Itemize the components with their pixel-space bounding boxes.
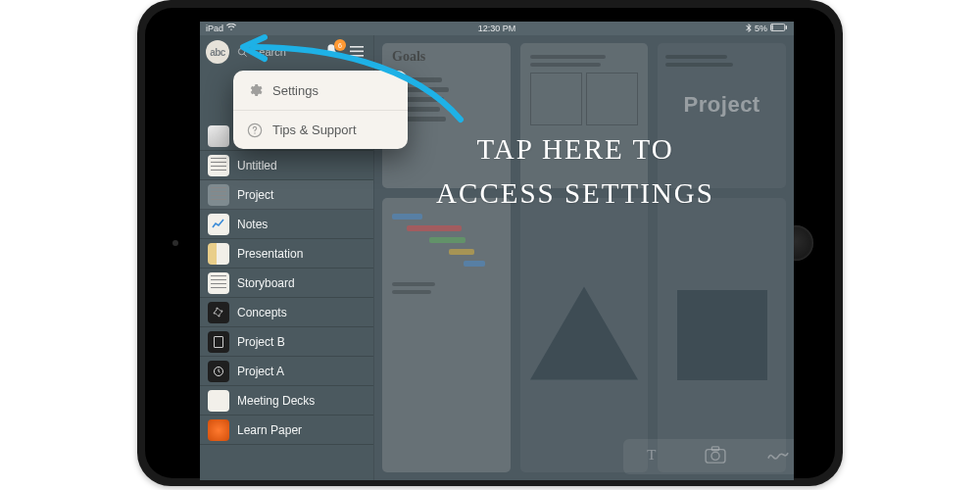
card-cover-title: Project bbox=[658, 92, 786, 118]
profile-popover: Settings Tips & Support bbox=[233, 71, 408, 149]
gear-icon bbox=[247, 82, 263, 98]
sidebar-item-label: Storyboard bbox=[237, 276, 295, 290]
ipad-frame: iPad 12:30 PM 5% bbox=[137, 0, 843, 486]
popover-item-tips[interactable]: Tips & Support bbox=[233, 110, 408, 149]
svg-point-13 bbox=[711, 452, 719, 460]
sidebar-item-meeting-decks[interactable]: Meeting Decks bbox=[200, 386, 373, 416]
search-input[interactable]: Search bbox=[235, 41, 317, 63]
sidebar-item-presentation[interactable]: Presentation bbox=[200, 239, 373, 269]
sidebar-item-label: Project A bbox=[237, 365, 284, 378]
main-canvas[interactable]: Goals bbox=[374, 35, 794, 480]
svg-rect-7 bbox=[350, 55, 364, 57]
camera-tool[interactable] bbox=[705, 446, 726, 467]
sidebar-item-project-b[interactable]: Project B bbox=[200, 327, 373, 357]
card-square[interactable] bbox=[658, 198, 786, 472]
svg-rect-14 bbox=[711, 447, 718, 451]
sidebar-item-label: Concepts bbox=[237, 306, 287, 319]
svg-text:T: T bbox=[647, 447, 656, 463]
sidebar-item-label: Presentation bbox=[237, 247, 303, 261]
card-timeline[interactable] bbox=[520, 43, 649, 188]
sidebar-item-concepts[interactable]: Concepts bbox=[200, 298, 373, 327]
card-project-cover[interactable]: Project bbox=[658, 43, 786, 188]
sidebar-item-learn-paper[interactable]: Learn Paper bbox=[200, 416, 373, 445]
sidebar-item-label: Notes bbox=[237, 218, 268, 231]
triangle-shape bbox=[530, 287, 638, 380]
tool-bar: T bbox=[623, 439, 794, 474]
notifications-button[interactable]: 6 bbox=[322, 43, 340, 61]
sidebar-item-label: Learn Paper bbox=[237, 423, 302, 437]
profile-avatar[interactable]: abc bbox=[206, 40, 229, 64]
notification-badge: 6 bbox=[334, 39, 346, 51]
draw-tool[interactable] bbox=[767, 447, 789, 466]
status-bar: iPad 12:30 PM 5% bbox=[200, 22, 794, 35]
sidebar-item-project-a[interactable]: Project A bbox=[200, 357, 373, 386]
svg-point-3 bbox=[238, 48, 244, 54]
help-icon bbox=[247, 122, 263, 138]
sidebar-item-untitled[interactable]: Untitled bbox=[200, 151, 373, 180]
popover-settings-label: Settings bbox=[272, 83, 318, 98]
sidebar-item-label: Project bbox=[237, 188, 273, 202]
ipad-bezel: iPad 12:30 PM 5% bbox=[145, 8, 835, 478]
sidebar-header: abc Search 6 bbox=[200, 35, 373, 69]
sidebar-item-label: Project B bbox=[237, 335, 285, 349]
card-gantt[interactable] bbox=[382, 198, 511, 472]
svg-rect-6 bbox=[350, 50, 364, 52]
svg-rect-5 bbox=[350, 46, 364, 48]
sidebar-item-label: Untitled bbox=[237, 159, 277, 172]
square-shape bbox=[677, 290, 767, 380]
screen: iPad 12:30 PM 5% bbox=[200, 22, 794, 480]
sidebar-item-notes[interactable]: Notes bbox=[200, 210, 373, 239]
card-title: Goals bbox=[382, 43, 511, 71]
svg-point-9 bbox=[254, 132, 255, 133]
sidebar-item-label: Meeting Decks bbox=[237, 394, 315, 408]
front-camera bbox=[172, 240, 178, 246]
card-grid: Goals bbox=[374, 35, 794, 480]
sidebar-item-project[interactable]: Project bbox=[200, 180, 373, 210]
svg-line-4 bbox=[244, 53, 247, 56]
sidebar: abc Search 6 bbox=[200, 35, 374, 480]
text-tool[interactable]: T bbox=[644, 445, 663, 468]
search-placeholder: Search bbox=[252, 46, 286, 58]
sidebar-item-storyboard[interactable]: Storyboard bbox=[200, 269, 373, 298]
app-root: abc Search 6 bbox=[200, 35, 794, 480]
popover-tips-label: Tips & Support bbox=[272, 122, 357, 137]
popover-item-settings[interactable]: Settings bbox=[233, 71, 408, 110]
search-icon bbox=[237, 47, 248, 58]
clock-label: 12:30 PM bbox=[200, 24, 794, 33]
card-triangle[interactable] bbox=[520, 198, 649, 472]
menu-button[interactable] bbox=[346, 45, 368, 60]
